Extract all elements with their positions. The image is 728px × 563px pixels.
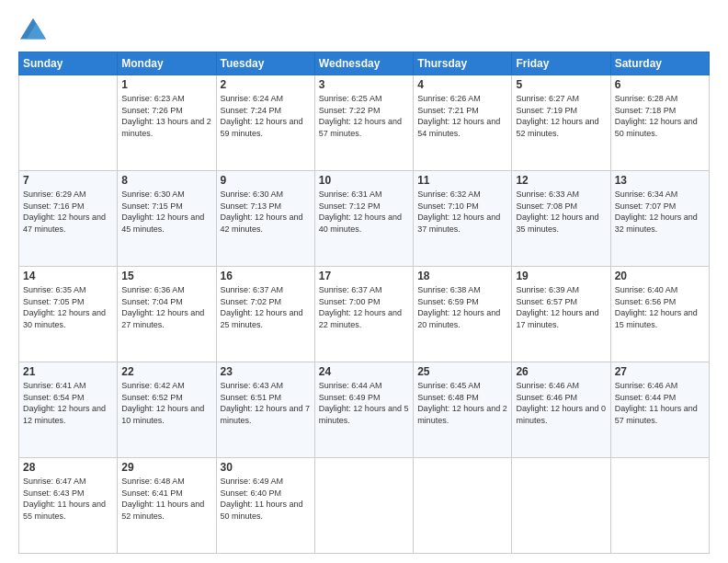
day-number: 7 <box>23 174 113 187</box>
cell-info: Sunrise: 6:26 AMSunset: 7:21 PMDaylight:… <box>417 93 507 139</box>
calendar-cell: 4Sunrise: 6:26 AMSunset: 7:21 PMDaylight… <box>414 75 512 171</box>
day-number: 27 <box>615 365 705 378</box>
calendar-week-row: 14Sunrise: 6:35 AMSunset: 7:05 PMDayligh… <box>19 267 710 362</box>
calendar-cell: 13Sunrise: 6:34 AMSunset: 7:07 PMDayligh… <box>610 171 709 267</box>
weekday-header: Thursday <box>414 52 512 75</box>
day-number: 25 <box>417 365 507 378</box>
calendar-week-row: 1Sunrise: 6:23 AMSunset: 7:26 PMDaylight… <box>19 75 710 171</box>
day-number: 20 <box>615 270 705 282</box>
calendar-cell: 23Sunrise: 6:43 AMSunset: 6:51 PMDayligh… <box>216 362 314 458</box>
cell-info: Sunrise: 6:36 AMSunset: 7:04 PMDaylight:… <box>121 284 211 330</box>
calendar-cell: 3Sunrise: 6:25 AMSunset: 7:22 PMDaylight… <box>314 75 413 171</box>
calendar-header-row: SundayMondayTuesdayWednesdayThursdayFrid… <box>19 52 710 75</box>
cell-info: Sunrise: 6:46 AMSunset: 6:46 PMDaylight:… <box>516 380 606 426</box>
logo-icon <box>18 17 48 42</box>
cell-info: Sunrise: 6:39 AMSunset: 6:57 PMDaylight:… <box>516 284 606 330</box>
day-number: 15 <box>121 270 211 282</box>
day-number: 2 <box>221 78 311 91</box>
calendar-cell: 25Sunrise: 6:45 AMSunset: 6:48 PMDayligh… <box>414 362 512 458</box>
weekday-header: Wednesday <box>314 52 413 75</box>
cell-info: Sunrise: 6:42 AMSunset: 6:52 PMDaylight:… <box>121 380 211 426</box>
day-number: 24 <box>319 365 409 378</box>
calendar-week-row: 21Sunrise: 6:41 AMSunset: 6:54 PMDayligh… <box>19 362 710 458</box>
calendar-cell: 20Sunrise: 6:40 AMSunset: 6:56 PMDayligh… <box>610 267 709 362</box>
cell-info: Sunrise: 6:25 AMSunset: 7:22 PMDaylight:… <box>319 93 409 139</box>
day-number: 12 <box>516 174 606 187</box>
day-number: 5 <box>516 78 606 91</box>
cell-info: Sunrise: 6:23 AMSunset: 7:26 PMDaylight:… <box>121 93 211 139</box>
cell-info: Sunrise: 6:47 AMSunset: 6:43 PMDaylight:… <box>23 476 113 522</box>
day-number: 6 <box>615 78 705 91</box>
header <box>18 17 710 42</box>
cell-info: Sunrise: 6:45 AMSunset: 6:48 PMDaylight:… <box>417 380 507 426</box>
calendar-cell: 16Sunrise: 6:37 AMSunset: 7:02 PMDayligh… <box>216 267 314 362</box>
cell-info: Sunrise: 6:37 AMSunset: 7:00 PMDaylight:… <box>319 284 409 330</box>
calendar-cell: 8Sunrise: 6:30 AMSunset: 7:15 PMDaylight… <box>118 171 216 267</box>
day-number: 22 <box>121 365 211 378</box>
calendar-cell: 24Sunrise: 6:44 AMSunset: 6:49 PMDayligh… <box>314 362 413 458</box>
day-number: 19 <box>516 270 606 282</box>
day-number: 30 <box>221 461 311 474</box>
cell-info: Sunrise: 6:27 AMSunset: 7:19 PMDaylight:… <box>516 93 606 139</box>
calendar-cell <box>512 458 610 554</box>
cell-info: Sunrise: 6:34 AMSunset: 7:07 PMDaylight:… <box>615 189 705 235</box>
cell-info: Sunrise: 6:31 AMSunset: 7:12 PMDaylight:… <box>319 189 409 235</box>
calendar-cell: 26Sunrise: 6:46 AMSunset: 6:46 PMDayligh… <box>512 362 610 458</box>
day-number: 28 <box>23 461 113 474</box>
calendar-table: SundayMondayTuesdayWednesdayThursdayFrid… <box>18 52 710 554</box>
cell-info: Sunrise: 6:30 AMSunset: 7:13 PMDaylight:… <box>221 189 311 235</box>
cell-info: Sunrise: 6:32 AMSunset: 7:10 PMDaylight:… <box>417 189 507 235</box>
day-number: 9 <box>221 174 311 187</box>
calendar-cell <box>414 458 512 554</box>
weekday-header: Sunday <box>19 52 118 75</box>
cell-info: Sunrise: 6:33 AMSunset: 7:08 PMDaylight:… <box>516 189 606 235</box>
day-number: 13 <box>615 174 705 187</box>
calendar-cell: 9Sunrise: 6:30 AMSunset: 7:13 PMDaylight… <box>216 171 314 267</box>
day-number: 26 <box>516 365 606 378</box>
weekday-header: Friday <box>512 52 610 75</box>
calendar-cell: 27Sunrise: 6:46 AMSunset: 6:44 PMDayligh… <box>610 362 709 458</box>
day-number: 23 <box>221 365 311 378</box>
calendar-cell: 18Sunrise: 6:38 AMSunset: 6:59 PMDayligh… <box>414 267 512 362</box>
cell-info: Sunrise: 6:38 AMSunset: 6:59 PMDaylight:… <box>417 284 507 330</box>
day-number: 29 <box>121 461 211 474</box>
weekday-header: Monday <box>118 52 216 75</box>
calendar-cell: 15Sunrise: 6:36 AMSunset: 7:04 PMDayligh… <box>118 267 216 362</box>
cell-info: Sunrise: 6:43 AMSunset: 6:51 PMDaylight:… <box>221 380 311 426</box>
cell-info: Sunrise: 6:41 AMSunset: 6:54 PMDaylight:… <box>23 380 113 426</box>
calendar-cell <box>19 75 118 171</box>
cell-info: Sunrise: 6:29 AMSunset: 7:16 PMDaylight:… <box>23 189 113 235</box>
cell-info: Sunrise: 6:28 AMSunset: 7:18 PMDaylight:… <box>615 93 705 139</box>
page: SundayMondayTuesdayWednesdayThursdayFrid… <box>0 0 728 563</box>
calendar-cell <box>314 458 413 554</box>
cell-info: Sunrise: 6:35 AMSunset: 7:05 PMDaylight:… <box>23 284 113 330</box>
day-number: 14 <box>23 270 113 282</box>
calendar-cell: 7Sunrise: 6:29 AMSunset: 7:16 PMDaylight… <box>19 171 118 267</box>
day-number: 11 <box>417 174 507 187</box>
day-number: 8 <box>121 174 211 187</box>
cell-info: Sunrise: 6:37 AMSunset: 7:02 PMDaylight:… <box>221 284 311 330</box>
calendar-cell <box>610 458 709 554</box>
calendar-cell: 29Sunrise: 6:48 AMSunset: 6:41 PMDayligh… <box>118 458 216 554</box>
calendar-cell: 12Sunrise: 6:33 AMSunset: 7:08 PMDayligh… <box>512 171 610 267</box>
day-number: 18 <box>417 270 507 282</box>
day-number: 16 <box>221 270 311 282</box>
day-number: 21 <box>23 365 113 378</box>
day-number: 10 <box>319 174 409 187</box>
calendar-cell: 30Sunrise: 6:49 AMSunset: 6:40 PMDayligh… <box>216 458 314 554</box>
calendar-cell: 2Sunrise: 6:24 AMSunset: 7:24 PMDaylight… <box>216 75 314 171</box>
cell-info: Sunrise: 6:24 AMSunset: 7:24 PMDaylight:… <box>221 93 311 139</box>
day-number: 17 <box>319 270 409 282</box>
calendar-week-row: 28Sunrise: 6:47 AMSunset: 6:43 PMDayligh… <box>19 458 710 554</box>
calendar-cell: 10Sunrise: 6:31 AMSunset: 7:12 PMDayligh… <box>314 171 413 267</box>
calendar-cell: 1Sunrise: 6:23 AMSunset: 7:26 PMDaylight… <box>118 75 216 171</box>
day-number: 4 <box>417 78 507 91</box>
cell-info: Sunrise: 6:40 AMSunset: 6:56 PMDaylight:… <box>615 284 705 330</box>
calendar-cell: 21Sunrise: 6:41 AMSunset: 6:54 PMDayligh… <box>19 362 118 458</box>
weekday-header: Tuesday <box>216 52 314 75</box>
day-number: 3 <box>319 78 409 91</box>
cell-info: Sunrise: 6:46 AMSunset: 6:44 PMDaylight:… <box>615 380 705 426</box>
calendar-cell: 5Sunrise: 6:27 AMSunset: 7:19 PMDaylight… <box>512 75 610 171</box>
cell-info: Sunrise: 6:48 AMSunset: 6:41 PMDaylight:… <box>121 476 211 522</box>
calendar-cell: 22Sunrise: 6:42 AMSunset: 6:52 PMDayligh… <box>118 362 216 458</box>
